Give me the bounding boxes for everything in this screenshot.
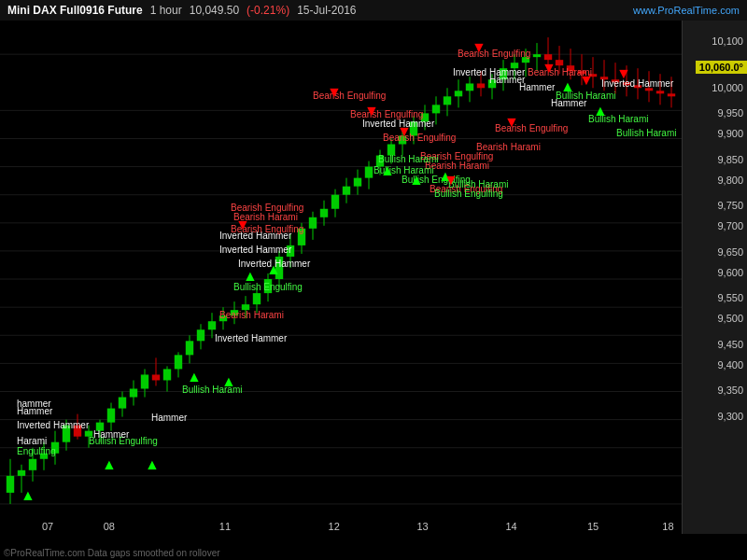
price-value: 10,049.50 <box>190 4 239 17</box>
x-axis-label: 14 <box>505 521 516 532</box>
y-axis-label: 9,500 <box>717 313 743 324</box>
candle-chart <box>0 21 682 534</box>
header-left: Mini DAX Full0916 Future 1 hour 10,049.5… <box>7 4 633 17</box>
y-axis-label: 9,700 <box>717 220 743 231</box>
chart-area: 0708111213141518Bearish EngulfingBearish… <box>0 21 682 534</box>
y-axis: 10,10010,0009,9509,9009,8509,8009,7509,7… <box>682 21 747 534</box>
y-axis-label: 9,900 <box>717 128 743 139</box>
price-change: (-0.21%) <box>247 4 289 17</box>
y-axis-label: 10,000 <box>712 82 743 93</box>
y-axis-label: 9,850 <box>717 154 743 165</box>
instrument-title: Mini DAX Full0916 Future <box>7 4 143 17</box>
y-axis-highlight-label: 10,060.0° <box>696 61 747 74</box>
y-axis-label: 9,300 <box>717 411 743 422</box>
y-axis-label: 9,450 <box>717 339 743 350</box>
y-axis-label: 9,400 <box>717 359 743 371</box>
y-axis-label: 9,600 <box>717 267 743 278</box>
website-label: www.ProRealTime.com <box>633 5 740 16</box>
y-axis-label: 9,650 <box>717 246 743 258</box>
x-axis-label: 08 <box>104 521 115 532</box>
x-axis-label: 18 <box>662 521 673 532</box>
timeframe-label: 1 hour <box>150 4 182 17</box>
x-axis-label: 13 <box>416 521 428 532</box>
date-label: 15-Jul-2016 <box>297 4 356 17</box>
y-axis-label: 9,550 <box>717 292 743 303</box>
x-axis-label: 12 <box>329 521 340 532</box>
chart-container: Mini DAX Full0916 Future 1 hour 10,049.5… <box>0 0 747 560</box>
x-axis-label: 11 <box>219 521 231 532</box>
y-axis-label: 9,350 <box>717 385 743 396</box>
y-axis-label: 9,950 <box>717 107 743 119</box>
header-bar: Mini DAX Full0916 Future 1 hour 10,049.5… <box>0 0 747 21</box>
x-axis-label: 15 <box>587 521 599 532</box>
y-axis-label: 9,750 <box>717 200 743 211</box>
x-axis-label: 07 <box>42 521 53 532</box>
footer-text: ©ProRealTime.com Data gaps smoothed on r… <box>4 548 220 558</box>
y-axis-label: 10,100 <box>712 35 743 47</box>
y-axis-label: 9,800 <box>717 175 743 186</box>
